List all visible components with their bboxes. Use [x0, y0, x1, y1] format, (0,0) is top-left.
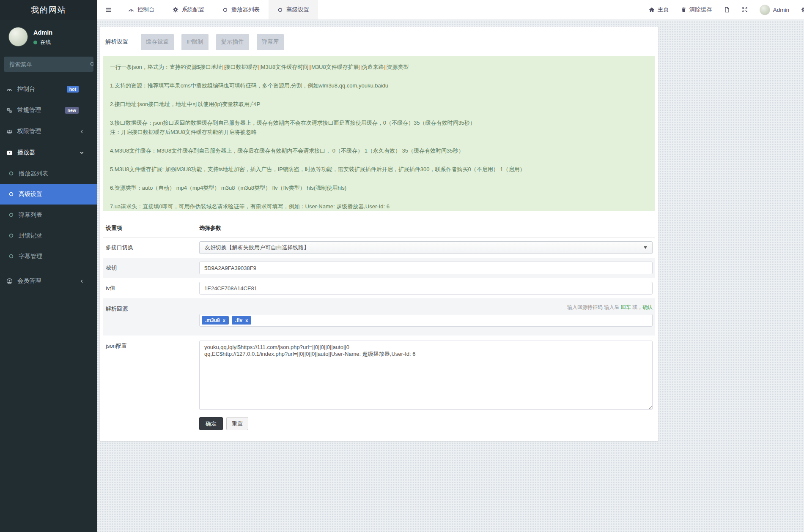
navbar-right: 主页 清除缓存 Admin: [643, 0, 804, 19]
sidebar-item-permission-manage[interactable]: 权限管理: [0, 121, 97, 142]
sidebar-subitem-danmaku-list[interactable]: 弹幕列表: [0, 205, 97, 225]
sidebar-subitem-advanced-settings[interactable]: 高级设置: [0, 184, 97, 205]
tab-label: 缓存设置: [146, 38, 169, 45]
info-line: 3.接口数据缓存：json接口返回的数据缓存到自己服务器上，缓存有效期内不会在次…: [110, 118, 648, 137]
content-tabs: 解析设置缓存设置IP限制提示插件弹幕库: [100, 27, 658, 50]
info-box: 一行一条json，格式为：支持的资源$接口地址||接口数据缓存||M3U8文件缓…: [103, 56, 655, 211]
settings-form: 设置项 选择参数 多接口切换 友好切换【解析失败用户可自由选择线路】 秘钥: [103, 221, 655, 441]
sidebar-item-label: 高级设置: [19, 191, 42, 198]
clear-cache-button[interactable]: 清除缓存: [675, 0, 718, 19]
info-line: 7.ua请求头：直接填0即可，可用作伪装域名请求验证等，有需求可填写，例如：Us…: [110, 202, 648, 211]
caret-down-icon: [644, 246, 647, 249]
navbar-tab-console[interactable]: 控制台: [119, 0, 164, 19]
sidebar-subitem-player-list[interactable]: 播放器列表: [0, 163, 97, 184]
reset-button[interactable]: 重置: [226, 417, 248, 430]
circle-icon: [8, 171, 16, 176]
sidebar-item-label: 控制台: [17, 85, 35, 93]
form-header-left: 设置项: [103, 224, 199, 232]
sidebar-toggle-button[interactable]: [97, 0, 119, 19]
site-title[interactable]: 我的网站: [0, 0, 97, 20]
navbar-tab-system-config[interactable]: 系统配置: [164, 0, 214, 19]
dashboard-icon: [6, 86, 15, 92]
iv-input[interactable]: [199, 282, 653, 295]
sidebar-item-label: 字幕管理: [19, 253, 42, 260]
document-icon: [724, 7, 730, 13]
user-menu[interactable]: Admin: [754, 0, 795, 19]
gears-icon: [6, 107, 15, 113]
secret-key-input[interactable]: [199, 262, 653, 274]
home-link[interactable]: 主页: [643, 0, 675, 19]
gear-icon: [801, 7, 804, 13]
search-icon: [90, 61, 93, 67]
tag-remove-button[interactable]: x: [223, 318, 225, 323]
hint-confirm-link[interactable]: 确认: [642, 304, 653, 310]
form-row-parse-origin: 解析回源 输入回源特征码 输入后 回车 或，确认 .m3u8 x .flv x: [103, 298, 655, 336]
sidebar-item-label: 播放器: [17, 149, 35, 156]
log-button[interactable]: [718, 0, 736, 19]
hint-enter-link[interactable]: 回车: [621, 304, 631, 310]
form-row-multi-line-switch: 多接口切换 友好切换【解析失败用户可自由选择线路】: [103, 237, 655, 258]
circle-icon: [8, 191, 16, 197]
main-area: 控制台系统配置播放器列表高级设置 主页 清除缓存 Admin: [97, 0, 804, 532]
sidebar-item-member-manage[interactable]: 会员管理: [0, 270, 97, 292]
home-label: 主页: [658, 6, 669, 14]
tab-label: 弹幕库: [262, 38, 279, 45]
settings-button[interactable]: [795, 0, 804, 19]
navbar-tab-player-list[interactable]: 播放器列表: [214, 0, 269, 19]
form-row-secret-key: 秘钥: [103, 258, 655, 278]
trash-icon: [681, 7, 686, 13]
user-menu-label: Admin: [773, 7, 789, 13]
form-header: 设置项 选择参数: [103, 221, 655, 237]
tab-label: 解析设置: [105, 38, 128, 45]
sidebar-subitem-block-records[interactable]: 封锁记录: [0, 225, 97, 246]
tab-cache-settings[interactable]: 缓存设置: [141, 34, 174, 50]
sidebar-subitem-subtitle-manage[interactable]: 字幕管理: [0, 246, 97, 267]
circle-icon: [8, 212, 16, 218]
form-buttons: 确定 重置: [103, 411, 655, 430]
sidebar-item-label: 常规管理: [17, 106, 41, 114]
json-config-textarea[interactable]: youku,qq,iqiyi$https://111.com/json.php?…: [199, 341, 653, 410]
confirm-button[interactable]: 确定: [199, 417, 223, 430]
tab-parse-settings[interactable]: 解析设置: [100, 34, 133, 50]
navbar-tab-label: 控制台: [137, 6, 155, 14]
info-line: 5.M3U8文件缓存扩展: 加强M3U8功能，支持ts地址加密，插入广告，IP锁…: [110, 165, 648, 174]
user-status-label: 在线: [40, 39, 51, 46]
tab-tip-plugin[interactable]: 提示插件: [216, 34, 249, 50]
tab-danmaku-lib[interactable]: 弹幕库: [257, 34, 284, 50]
multi-line-switch-select[interactable]: 友好切换【解析失败用户可自由选择线路】: [199, 241, 653, 254]
avatar-small: [760, 5, 770, 15]
field-label: json配置: [103, 341, 199, 350]
tag-m3u8: .m3u8 x: [202, 316, 229, 325]
sidebar-item-dashboard[interactable]: 控制台hot: [0, 79, 97, 100]
sidebar-item-label: 会员管理: [17, 277, 41, 285]
sidebar-search: [4, 57, 93, 72]
tag-remove-button[interactable]: x: [245, 318, 248, 323]
navbar-tab-advanced-settings[interactable]: 高级设置: [269, 0, 318, 19]
member-icon: [6, 278, 15, 284]
circle-icon: [8, 233, 16, 238]
tab-ip-limit[interactable]: IP限制: [181, 34, 209, 50]
circle-icon: [277, 7, 283, 13]
top-navbar: 控制台系统配置播放器列表高级设置 主页 清除缓存 Admin: [97, 0, 804, 20]
origin-tags-input[interactable]: .m3u8 x .flv x: [199, 314, 653, 327]
search-input[interactable]: [4, 61, 90, 68]
circle-icon: [8, 254, 16, 259]
avatar: [8, 27, 28, 46]
search-button[interactable]: [90, 57, 93, 72]
info-line: 4.M3U8文件缓存：M3U8文件缓存到自己服务器上，缓存后在缓存有效期内不会请…: [110, 146, 648, 156]
users-icon: [6, 128, 15, 135]
navbar-tab-label: 系统配置: [182, 6, 205, 14]
user-panel: Admin 在线: [0, 20, 97, 51]
tag-label: .flv: [235, 318, 242, 323]
field-label: 多接口切换: [103, 241, 199, 254]
fullscreen-button[interactable]: [736, 0, 754, 19]
sidebar-item-general-manage[interactable]: 常规管理new: [0, 100, 97, 121]
field-label: iv值: [103, 282, 199, 295]
sidebar-item-player[interactable]: 播放器: [0, 142, 97, 163]
field-label: 秘钥: [103, 262, 199, 274]
tag-flv: .flv x: [232, 316, 251, 325]
badge-hot: hot: [67, 86, 79, 93]
chevron-left-icon: [80, 279, 88, 284]
navbar-tabs: 控制台系统配置播放器列表高级设置: [119, 0, 318, 19]
chevron-down-icon: [80, 150, 88, 155]
